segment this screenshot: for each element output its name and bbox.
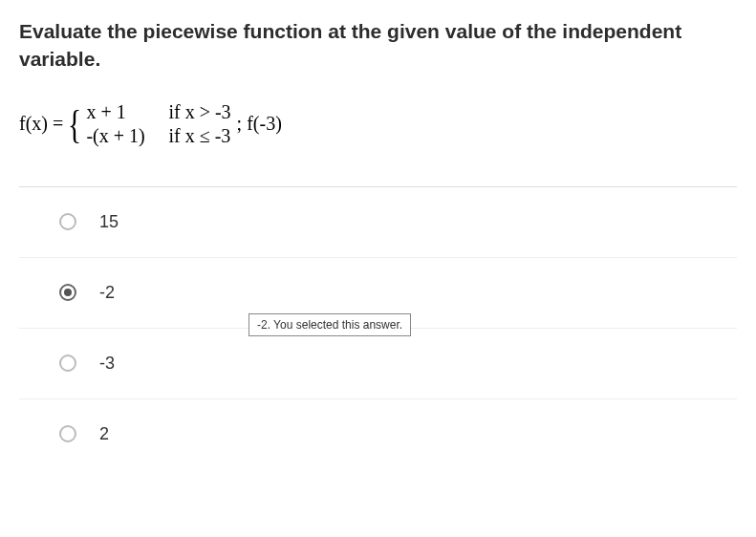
question-text: Evaluate the piecewise function at the g… [19,17,737,74]
left-brace: { [68,100,81,148]
formula-evaluate-at: ; f(-3) [237,113,282,135]
formula-lhs: f(x) = [19,113,65,135]
option-label: 15 [99,212,119,232]
answer-option-2[interactable]: -2 -2. You selected this answer. [19,258,737,329]
case-1-expression: x + 1 [86,100,161,124]
radio-icon [59,354,76,372]
answer-option-3[interactable]: -3 [19,329,737,399]
answer-option-1[interactable]: 15 [19,187,737,258]
function-definition: f(x) = { x + 1 if x > -3 -(x + 1) if x ≤… [19,100,737,148]
case-2-expression: -(x + 1) [86,124,161,148]
case-1-condition: if x > -3 [168,100,230,124]
radio-icon [59,425,76,442]
case-2: -(x + 1) if x ≤ -3 [86,124,230,148]
radio-icon [59,284,76,301]
answer-options: 15 -2 -2. You selected this answer. -3 2 [19,186,737,469]
answer-option-4[interactable]: 2 [19,399,737,469]
option-label: -3 [99,354,115,374]
piecewise-cases: { x + 1 if x > -3 -(x + 1) if x ≤ -3 [65,100,230,148]
case-2-condition: if x ≤ -3 [168,124,230,148]
option-label: 2 [99,424,109,444]
option-label: -2 [99,283,115,303]
case-1: x + 1 if x > -3 [86,100,230,124]
radio-icon [59,213,76,230]
